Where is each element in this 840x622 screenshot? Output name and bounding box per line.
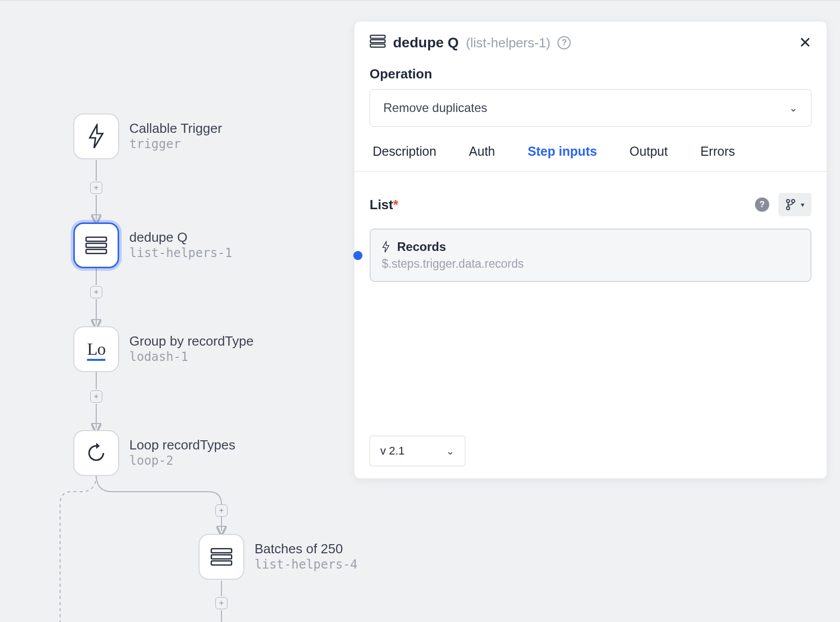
add-step-button[interactable]: +	[215, 504, 228, 517]
svg-point-18	[787, 200, 790, 203]
close-icon[interactable]: ✕	[799, 35, 811, 50]
svg-rect-9	[86, 237, 106, 241]
caret-down-icon: ▾	[801, 201, 804, 209]
svg-point-19	[792, 200, 795, 203]
svg-rect-11	[86, 249, 106, 253]
version-value: v 2.1	[380, 444, 405, 458]
panel-header: dedupe Q (list-helpers-1) ? ✕	[354, 21, 827, 58]
help-icon[interactable]: ?	[557, 36, 571, 49]
field-row-list: List* ? ▾	[354, 172, 827, 225]
node-sub: lodash-1	[129, 349, 254, 365]
branch-icon	[786, 199, 796, 210]
node-title: Group by recordType	[129, 333, 254, 349]
chevron-down-icon: ⌄	[446, 445, 455, 457]
tab-description[interactable]: Description	[372, 139, 437, 171]
panel-title: dedupe Q	[393, 35, 459, 51]
list-icon	[199, 534, 244, 580]
svg-point-20	[787, 207, 790, 210]
svg-rect-13	[211, 555, 232, 559]
node-sub: list-helpers-1	[129, 245, 232, 261]
list-value-box[interactable]: Records $.steps.trigger.data.records	[370, 229, 811, 282]
add-step-button[interactable]: +	[90, 390, 102, 403]
value-title: Records	[382, 240, 799, 254]
chevron-down-icon: ⌄	[789, 102, 798, 114]
node-title: Callable Trigger	[129, 121, 222, 136]
node-title: Loop recordTypes	[129, 437, 235, 453]
svg-rect-12	[211, 549, 232, 553]
tab-errors[interactable]: Errors	[699, 139, 736, 171]
node-lodash[interactable]: Lo Group by recordType lodash-1	[73, 326, 254, 372]
bolt-icon	[73, 114, 119, 159]
node-sub: loop-2	[129, 453, 235, 469]
field-help-icon[interactable]: ?	[755, 197, 769, 212]
field-label: List*	[370, 197, 398, 213]
tab-auth[interactable]: Auth	[468, 139, 496, 171]
node-title: Batches of 250	[255, 541, 357, 557]
node-sub: list-helpers-4	[255, 557, 357, 573]
branch-button[interactable]: ▾	[778, 193, 811, 216]
svg-rect-15	[371, 35, 385, 38]
svg-rect-10	[86, 243, 106, 247]
value-path: $.steps.trigger.data.records	[382, 257, 799, 271]
node-dedupe[interactable]: dedupe Q list-helpers-1	[73, 222, 232, 268]
add-step-button[interactable]: +	[90, 286, 102, 298]
lodash-icon: Lo	[73, 326, 119, 372]
tab-step-inputs[interactable]: Step inputs	[527, 139, 598, 171]
tab-output[interactable]: Output	[629, 139, 669, 171]
panel-subtitle: (list-helpers-1)	[466, 35, 550, 51]
list-icon	[73, 222, 119, 268]
add-step-button[interactable]: +	[90, 182, 102, 194]
svg-rect-17	[371, 44, 385, 47]
node-batches[interactable]: Batches of 250 list-helpers-4	[199, 534, 357, 580]
svg-rect-16	[371, 40, 385, 43]
node-loop[interactable]: Loop recordTypes loop-2	[73, 430, 235, 476]
panel-tabs: Description Auth Step inputs Output Erro…	[354, 139, 827, 172]
add-step-button[interactable]: +	[215, 597, 228, 609]
list-icon	[370, 35, 386, 51]
svg-rect-14	[211, 561, 232, 565]
connected-dot-icon	[353, 251, 362, 260]
node-title: dedupe Q	[129, 230, 232, 245]
node-trigger[interactable]: Callable Trigger trigger	[73, 114, 222, 159]
node-sub: trigger	[129, 136, 222, 152]
step-config-panel: dedupe Q (list-helpers-1) ? ✕ Operation …	[354, 21, 827, 479]
operation-select[interactable]: Remove duplicates ⌄	[370, 89, 811, 127]
operation-label: Operation	[354, 58, 827, 89]
loop-icon	[73, 430, 119, 476]
operation-value: Remove duplicates	[383, 101, 487, 115]
version-select[interactable]: v 2.1 ⌄	[370, 436, 465, 466]
bolt-icon	[382, 241, 390, 253]
